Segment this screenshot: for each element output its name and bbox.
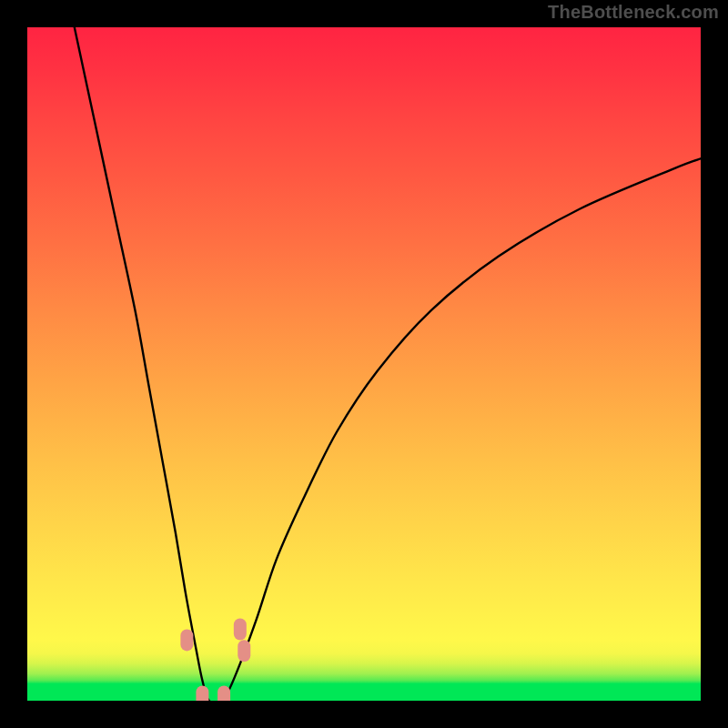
marker-optimal-bottom-a <box>196 686 208 701</box>
chart-frame: TheBottleneck.com <box>0 0 728 728</box>
marker-optimal-right-b <box>238 640 250 662</box>
watermark-text: TheBottleneck.com <box>548 2 719 23</box>
marker-optimal-bottom-b <box>217 686 230 701</box>
marker-layer <box>27 27 701 701</box>
plot-area <box>27 27 701 701</box>
marker-optimal-left <box>180 629 193 651</box>
marker-optimal-right-a <box>234 619 247 641</box>
